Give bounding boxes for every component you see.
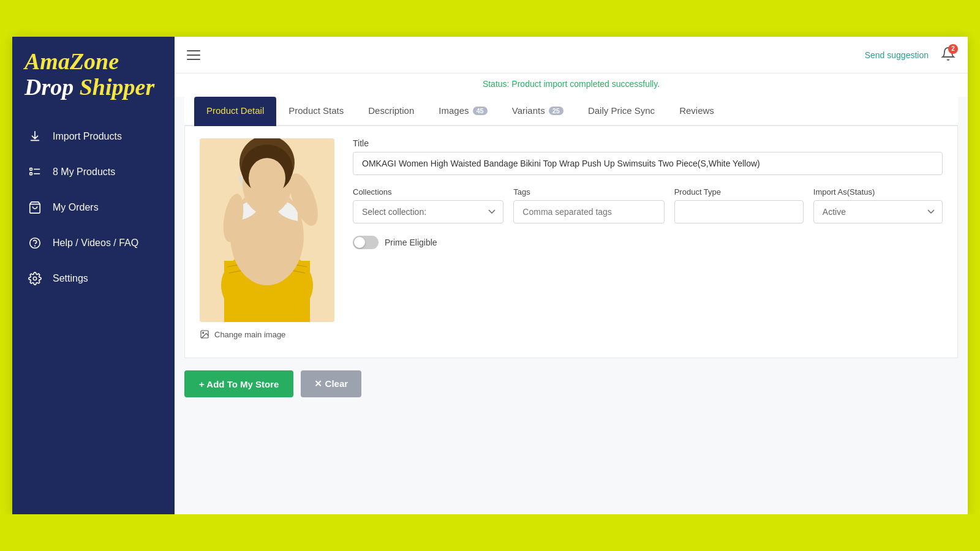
sidebar-label-my-products: 8 My Products xyxy=(53,167,115,178)
sidebar-item-my-orders[interactable]: My Orders xyxy=(12,190,175,225)
tab-description-label: Description xyxy=(368,105,414,116)
header-right: Send suggestion 2 xyxy=(865,47,956,64)
product-image xyxy=(200,138,334,322)
product-type-label: Product Type xyxy=(674,187,804,197)
list-icon xyxy=(27,164,43,180)
collections-label: Collections xyxy=(353,187,503,197)
prime-eligible-row: Prime Eligible xyxy=(353,236,943,249)
product-form-col: Title Collections Select collection: Tag xyxy=(353,138,943,249)
bag-icon xyxy=(27,200,43,216)
status-message: Status: Product import completed success… xyxy=(483,79,660,89)
sidebar-item-help[interactable]: Help / Videos / FAQ xyxy=(12,225,175,261)
clear-label: ✕ Clear xyxy=(314,378,348,389)
logo: AmaZone Drop Shipper xyxy=(12,37,175,119)
tab-product-detail-label: Product Detail xyxy=(206,105,264,116)
change-image-link[interactable]: Change main image xyxy=(200,329,285,339)
tab-daily-price-sync-label: Daily Price Sync xyxy=(588,105,655,116)
product-image-svg xyxy=(200,138,334,322)
svg-point-5 xyxy=(30,238,40,248)
product-type-col: Product Type xyxy=(674,187,804,223)
tab-variants[interactable]: Variants 25 xyxy=(500,97,576,126)
sidebar-label-my-orders: My Orders xyxy=(53,202,99,213)
toggle-slider xyxy=(353,236,379,249)
tab-bar: Product Detail Product Stats Description… xyxy=(184,97,958,126)
product-type-input[interactable] xyxy=(674,200,804,223)
settings-icon xyxy=(27,271,43,287)
svg-rect-1 xyxy=(30,173,32,175)
import-icon xyxy=(27,129,43,144)
clear-button[interactable]: ✕ Clear xyxy=(301,370,361,397)
sidebar-label-help: Help / Videos / FAQ xyxy=(53,238,138,249)
svg-rect-0 xyxy=(30,168,32,170)
product-image-col: Change main image xyxy=(200,138,334,339)
tab-images-badge: 45 xyxy=(473,107,488,115)
tab-reviews[interactable]: Reviews xyxy=(667,97,726,126)
tab-images-label: Images xyxy=(439,105,469,116)
image-icon xyxy=(200,329,209,339)
prime-eligible-label: Prime Eligible xyxy=(385,238,437,247)
hamburger-button[interactable] xyxy=(187,50,200,60)
tab-images[interactable]: Images 45 xyxy=(426,97,499,126)
sidebar-item-my-products[interactable]: 8 My Products xyxy=(12,154,175,190)
svg-point-17 xyxy=(249,158,285,198)
logo-text-line1: AmaZone xyxy=(24,48,119,74)
tags-input[interactable] xyxy=(513,200,664,223)
send-suggestion-link[interactable]: Send suggestion xyxy=(865,50,929,60)
notification-badge: 2 xyxy=(948,44,958,54)
tab-variants-badge: 25 xyxy=(549,107,564,115)
tab-variants-label: Variants xyxy=(512,105,545,116)
tab-product-stats-label: Product Stats xyxy=(288,105,344,116)
sidebar-nav: Import Products 8 My Products My Orders … xyxy=(12,119,175,296)
tab-daily-price-sync[interactable]: Daily Price Sync xyxy=(576,97,667,126)
add-to-store-button[interactable]: + Add To My Store xyxy=(184,370,293,397)
collections-col: Collections Select collection: xyxy=(353,187,503,223)
sidebar-item-settings[interactable]: Settings xyxy=(12,261,175,296)
main-content: Send suggestion 2 Status: Product import… xyxy=(175,37,968,514)
title-label: Title xyxy=(353,138,943,148)
svg-point-7 xyxy=(33,277,37,280)
import-status-label: Import As(Status) xyxy=(813,187,943,197)
title-field: Title xyxy=(353,138,943,175)
tab-product-stats[interactable]: Product Stats xyxy=(276,97,356,126)
sidebar: AmaZone Drop Shipper Import Products 8 M… xyxy=(12,37,175,514)
logo-text-line2b: Shipper xyxy=(80,74,154,100)
help-icon xyxy=(27,235,43,251)
prime-eligible-toggle[interactable] xyxy=(353,236,379,249)
sidebar-label-settings: Settings xyxy=(53,273,88,284)
add-to-store-label: + Add To My Store xyxy=(199,379,279,389)
product-detail-panel: Change main image Title Collections xyxy=(184,126,958,358)
collections-select[interactable]: Select collection: xyxy=(353,200,503,223)
tab-product-detail[interactable]: Product Detail xyxy=(194,97,276,126)
tags-label: Tags xyxy=(513,187,664,197)
form-row-selects: Collections Select collection: Tags Prod… xyxy=(353,187,943,223)
product-row: Change main image Title Collections xyxy=(200,138,943,339)
tab-reviews-label: Reviews xyxy=(679,105,714,116)
sidebar-label-import-products: Import Products xyxy=(53,131,122,142)
import-status-col: Import As(Status) Active Draft Archived xyxy=(813,187,943,223)
tags-col: Tags xyxy=(513,187,664,223)
change-image-label: Change main image xyxy=(214,330,285,339)
svg-point-21 xyxy=(203,332,204,334)
top-header: Send suggestion 2 xyxy=(175,37,968,73)
notification-bell[interactable]: 2 xyxy=(941,47,956,64)
logo-text-line2a: Drop xyxy=(24,74,74,100)
status-bar: Status: Product import completed success… xyxy=(175,73,968,97)
tab-description[interactable]: Description xyxy=(356,97,426,126)
sidebar-item-import-products[interactable]: Import Products xyxy=(12,119,175,154)
title-input[interactable] xyxy=(353,152,943,175)
action-bar: + Add To My Store ✕ Clear xyxy=(175,358,968,410)
import-status-select[interactable]: Active Draft Archived xyxy=(813,200,943,223)
